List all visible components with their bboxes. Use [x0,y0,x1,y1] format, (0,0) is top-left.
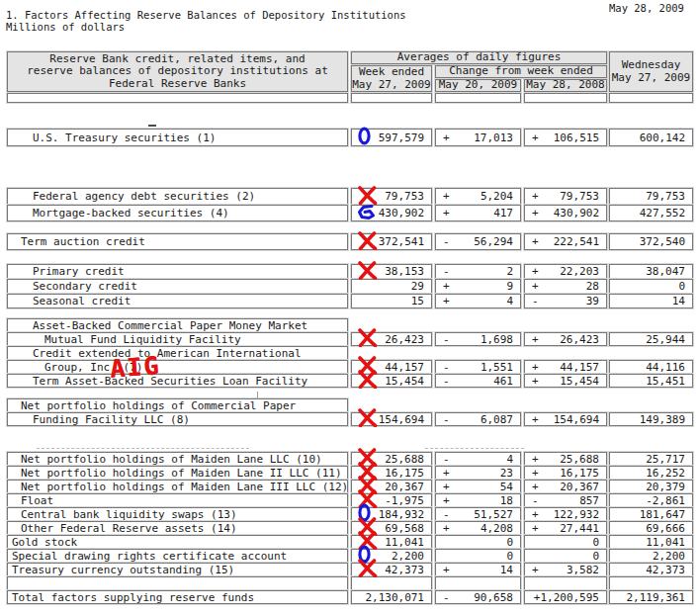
row-label-cell: Asset-Backed Commercial Paper Money Mark… [7,318,348,332]
value: 54 [500,481,513,493]
value: 42,373 [646,564,685,576]
change-week1-cell: -4 [435,452,521,466]
sign: + [443,522,450,535]
sign: + [532,413,539,426]
value: 154,694 [554,413,599,426]
value: 0 [678,280,685,293]
row-label-cell: Secondary credit [7,279,348,294]
sign: + [532,190,539,203]
wednesday-cell: 181,647 [609,507,693,521]
value: 38,047 [646,265,685,278]
row-group: Net portfolio holdings of Commercial Pap… [7,398,693,426]
value: 20,367 [560,481,599,493]
wednesday-cell: 69,666 [609,521,693,535]
header-averages-cell: Averages of daily figures [351,51,607,64]
sign: + [443,481,450,493]
week-ended-cell: 597,579 [351,129,432,146]
change-week1-cell: -461 [435,374,521,388]
week-ended-cell [351,576,432,590]
red-x-annotation [357,261,378,280]
row-label: Net portfolio holdings of Commercial Pap… [8,399,296,412]
change-week2-cell: +22,203 [524,264,607,279]
value: 79,753 [646,190,685,203]
table-row: Special drawing rights certificate accou… [7,549,693,563]
table-row: Total factors supplying reserve funds2,1… [7,590,693,604]
row-label: Special drawing rights certificate accou… [8,550,287,563]
value: 44,116 [646,361,685,374]
table-row: Net portfolio holdings of Commercial Pap… [7,398,693,412]
row-label-cell: Mutual Fund Liquidity Facility [7,332,348,346]
wednesday-cell: 79,753 [609,188,693,205]
value: 14 [672,295,685,307]
value: 15,454 [560,375,599,388]
header-week-ended-label: Week ended [359,66,424,79]
change-week1-cell: -6,087 [435,412,521,426]
value: 9 [506,280,513,293]
week-ended-cell: 2,200 [351,549,432,563]
change-week1-cell: 0 [435,549,521,563]
row-label-cell: Net portfolio holdings of Maiden Lane II… [7,466,348,480]
change-week1-cell: +23 [435,466,521,480]
change-week2-cell: +26,423 [524,332,607,346]
sign: - [443,361,450,374]
change-week1-cell: +4 [435,294,521,308]
table-row: Term auction credit372,541 -56,294+222,5… [7,233,693,250]
value: 25,944 [646,333,685,346]
row-label: Mortgage-backed securities (4) [8,207,229,219]
sign: + [443,207,450,219]
value: 4 [506,295,513,307]
sign: + [532,235,539,248]
change-week2-cell: +430,902 [524,205,607,221]
week-ended-cell: 11,041 [351,535,432,549]
change-week2-cell: 0 [524,549,607,563]
value: 79,753 [560,190,599,203]
value: 42,373 [385,564,424,576]
wednesday-cell: 372,540 [609,233,693,250]
row-label: Treasury currency outstanding (15) [8,564,234,576]
week-ended-cell: 29 [351,279,432,294]
value: 56,294 [474,235,513,248]
change-week1-cell: +14 [435,563,521,576]
change-week2-cell: +44,157 [524,360,607,374]
value: 181,647 [640,508,685,521]
change-week2-cell: +122,932 [524,507,607,521]
table-row: Other Federal Reserve assets (14)69,568 … [7,521,693,535]
week-ended-cell: 2,130,071 [351,590,432,604]
change-week2-cell: +20,367 [524,480,607,493]
value: 15 [411,295,424,307]
row-label-cell: Term Asset-Backed Securities Loan Facili… [7,374,348,388]
row-label-cell: Seasonal credit [7,294,348,308]
sign: + [532,132,539,144]
sign: + [532,467,539,480]
value: 4,208 [481,522,513,535]
value: 28 [586,280,599,293]
value: 25,688 [560,453,599,466]
row-label: Mutual Fund Liquidity Facility [8,333,241,346]
row-label: Federal agency debt securities (2) [8,190,255,203]
change-week2-cell: +1,200,595 [524,590,607,604]
row-label-cell: Treasury currency outstanding (15) [7,563,348,576]
value: 427,552 [640,207,685,219]
sign: + [532,481,539,493]
week-ended-cell: -1,975 [351,493,432,507]
value: 0 [592,536,599,549]
change-week2-cell: +25,688 [524,452,607,466]
value: 1,698 [481,333,513,346]
wednesday-cell: 42,373 [609,563,693,576]
change-week1-cell: +417 [435,205,521,221]
value: 857 [579,494,599,507]
row-label-cell: Group, Inc. (7) [7,360,348,374]
value: 79,753 [385,190,424,203]
value: 39 [586,295,599,307]
table-row: Treasury currency outstanding (15)42,373… [7,563,693,576]
red-x-annotation [357,231,378,250]
change-week1-cell: -2 [435,264,521,279]
row-label-cell: Net portfolio holdings of Maiden Lane LL… [7,452,348,466]
row-label: U.S. Treasury securities (1) [8,132,216,144]
change-week1-cell: +17,013 [435,129,521,146]
value: 16,175 [560,467,599,480]
value: -1,975 [385,494,424,507]
table-row: Float-1,975 +18-857-2,861 [7,493,693,507]
value: 0 [506,550,513,563]
row-label-cell [7,576,348,590]
